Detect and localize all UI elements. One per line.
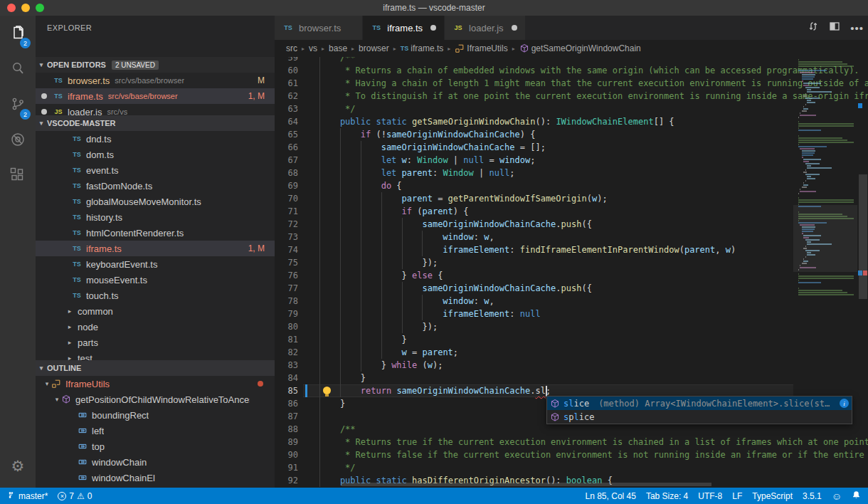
tab-loader.js[interactable]: JSloader.js	[445, 16, 525, 40]
open-editor-iframe.ts[interactable]: TSiframe.tssrc/vs/base/browser1, M	[36, 88, 275, 104]
code-token: (	[587, 194, 592, 204]
code-line-85: return sameOriginWindowChainCache.sl;	[319, 384, 551, 397]
workspace-folder-header[interactable]: ▾ VSCODE-MASTER	[36, 115, 275, 131]
tree-file-event.ts[interactable]: TSevent.ts	[36, 162, 275, 178]
tab-iframe.ts[interactable]: TSiframe.ts	[363, 16, 445, 40]
split-editor-icon[interactable]	[829, 21, 840, 35]
minimap-viewport[interactable]	[793, 205, 857, 272]
feedback-smiley-icon[interactable]: ☺	[832, 490, 842, 502]
more-actions-icon[interactable]: •••	[850, 22, 864, 34]
indent-guide	[319, 192, 340, 205]
vertical-scrollbar[interactable]	[859, 174, 867, 299]
tree-file-globalMouseMoveMonitor.ts[interactable]: TSglobalMouseMoveMonitor.ts	[36, 194, 275, 209]
breadcrumb-item-base[interactable]: base	[329, 43, 347, 53]
open-editors-header[interactable]: ▾ OPEN EDITORS 2 UNSAVED	[36, 57, 275, 73]
indent-guide	[402, 308, 423, 320]
open-editor-browser.ts[interactable]: TSbrowser.tssrc/vs/base/browserM	[36, 73, 275, 88]
indentation[interactable]: Tab Size: 4	[646, 488, 688, 504]
tree-file-htmlContentRenderer.ts[interactable]: TShtmlContentRenderer.ts	[36, 225, 275, 241]
outline-item-getPositionOfChildWindowRelativeToAncest[interactable]: ▾getPositionOfChildWindowRelativeToAnces…	[36, 392, 275, 407]
errors-icon: ×	[58, 492, 66, 500]
file-name: history.ts	[86, 212, 122, 223]
breadcrumb-item-getSameOriginWindowChain[interactable]: getSameOriginWindowChain	[519, 43, 641, 53]
code-token: push	[561, 283, 582, 293]
tree-folder-node[interactable]: ▸node	[36, 319, 275, 335]
outline-header[interactable]: ▾ OUTLINE	[36, 360, 275, 376]
outline-item-boundingRect[interactable]: boundingRect	[36, 407, 275, 423]
dirty-indicator-icon[interactable]	[430, 25, 436, 31]
indent-guide	[381, 282, 402, 295]
horizontal-scrollbar[interactable]	[342, 483, 711, 486]
indent-guide	[340, 167, 361, 179]
suggestion-slice[interactable]: slice(method) Array<IWindowChainElement>…	[547, 397, 852, 410]
outline-item-IframeUtils[interactable]: ▾IframeUtils	[36, 376, 275, 392]
notifications-bell-icon[interactable]	[852, 490, 861, 502]
tree-file-dom.ts[interactable]: TSdom.ts	[36, 147, 275, 162]
tree-file-dnd.ts[interactable]: TSdnd.ts	[36, 131, 275, 147]
code-token: :	[433, 168, 443, 178]
language-mode[interactable]: TypeScript	[752, 488, 793, 504]
breadcrumb-item-IframeUtils[interactable]: IframeUtils	[455, 43, 507, 53]
indent-guide	[402, 243, 423, 256]
maximize-window-icon[interactable]	[36, 4, 44, 12]
code-token: }	[402, 271, 412, 280]
tree-file-fastDomNode.ts[interactable]: TSfastDomNode.ts	[36, 178, 275, 194]
minimap-line	[798, 288, 800, 289]
outline-item-windowChainEl[interactable]: windowChainEl	[36, 470, 275, 485]
tree-folder-parts[interactable]: ▸parts	[36, 335, 275, 350]
indent-guide	[340, 333, 361, 346]
indent-guide	[361, 141, 381, 154]
problems-status[interactable]: × 7 ⚠ 0	[58, 488, 92, 504]
sidebar-item-explorer[interactable]: 2	[0, 17, 36, 51]
indent-guide	[319, 64, 340, 77]
indent-guide	[361, 231, 381, 243]
indent-guide	[361, 154, 381, 167]
warnings-icon: ⚠	[77, 491, 85, 501]
indent-guide	[319, 308, 340, 320]
ts-version[interactable]: 3.5.1	[803, 488, 822, 504]
tree-folder-common[interactable]: ▸common	[36, 303, 275, 319]
minimap-line	[807, 176, 811, 177]
eol[interactable]: LF	[732, 488, 742, 504]
close-window-icon[interactable]	[7, 4, 16, 12]
dirty-indicator-icon[interactable]	[512, 25, 517, 31]
ts-file-icon: TS	[53, 93, 64, 100]
sidebar-item-debug[interactable]	[0, 124, 36, 158]
sidebar-item-source-control[interactable]: 2	[0, 88, 36, 122]
tree-file-touch.ts[interactable]: TStouch.ts	[36, 288, 275, 303]
minimap-line	[807, 178, 815, 179]
sidebar-item-extensions[interactable]	[0, 159, 36, 194]
code-editor[interactable]: 5960616263646566676869707172737475767778…	[275, 57, 868, 488]
minimize-window-icon[interactable]	[21, 4, 30, 12]
tree-file-history.ts[interactable]: TShistory.ts	[36, 209, 275, 225]
sidebar-item-search[interactable]	[0, 53, 36, 87]
outline-item-left[interactable]: left	[36, 423, 275, 439]
minimap-line	[798, 292, 847, 293]
open-changes-icon[interactable]	[808, 21, 819, 35]
cursor-position[interactable]: Ln 85, Col 45	[586, 488, 636, 504]
breadcrumb-item-src[interactable]: src	[286, 43, 297, 53]
tree-file-mouseEvent.ts[interactable]: TSmouseEvent.ts	[36, 272, 275, 288]
outline-item-windowChain[interactable]: windowChain	[36, 454, 275, 470]
breadcrumb-item-browser[interactable]: browser	[359, 43, 389, 53]
breadcrumb-item-iframe.ts[interactable]: TSiframe.ts	[401, 43, 444, 53]
code-token: /**	[340, 57, 356, 63]
breadcrumb-item-vs[interactable]: vs	[309, 43, 317, 53]
suggestion-splice[interactable]: splice	[547, 410, 852, 424]
code-line-74: iframeElement: findIframeElementInParent…	[319, 243, 736, 256]
git-branch-status[interactable]: master*	[7, 488, 48, 504]
encoding[interactable]: UTF-8	[698, 488, 722, 504]
info-icon[interactable]: i	[840, 399, 849, 408]
minimap-line	[805, 87, 820, 88]
code-token: * To distinguish if at one point the cur…	[340, 91, 868, 101]
minimap-line	[802, 154, 813, 156]
tree-file-iframe.ts[interactable]: TSiframe.ts1, M	[36, 241, 275, 256]
breadcrumb-label: iframe.ts	[411, 43, 443, 53]
tree-file-keyboardEvent.ts[interactable]: TSkeyboardEvent.ts	[36, 256, 275, 272]
outline-item-top[interactable]: top	[36, 439, 275, 454]
code-line-81: }	[319, 333, 407, 346]
indent-guide	[381, 231, 402, 243]
tab-browser.ts[interactable]: TSbrowser.ts	[275, 16, 363, 40]
code-token: Window	[443, 168, 473, 178]
settings-gear-icon[interactable]: ⚙	[0, 453, 36, 479]
